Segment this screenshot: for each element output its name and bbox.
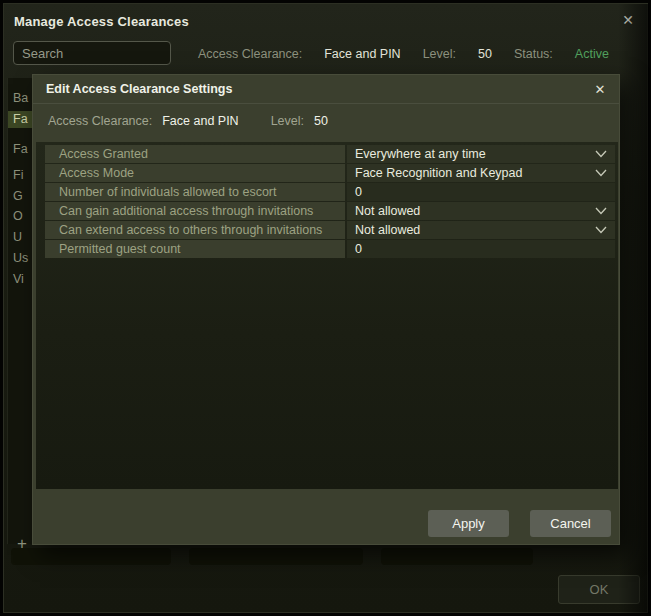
setting-value-input[interactable]: 0 — [347, 183, 615, 201]
apply-button[interactable]: Apply — [428, 510, 509, 537]
bottom-toolbar-button[interactable] — [381, 548, 533, 565]
setting-dropdown[interactable]: Everywhere at any time — [347, 145, 615, 163]
settings-panel: Access Granted Everywhere at any time Ac… — [36, 142, 618, 489]
setting-dropdown[interactable]: Not allowed — [347, 202, 615, 220]
setting-label: Access Granted — [45, 145, 345, 163]
access-clearance-value: Face and PIN — [162, 114, 238, 128]
setting-dropdown[interactable]: Not allowed — [347, 221, 615, 239]
dialog-close-icon[interactable]: ✕ — [588, 79, 612, 101]
access-clearance-value: Face and PIN — [324, 47, 400, 61]
chevron-down-icon — [595, 207, 607, 215]
chevron-down-icon — [595, 169, 607, 177]
chevron-down-icon — [595, 150, 607, 158]
bottom-toolbar-button[interactable] — [189, 548, 363, 565]
setting-label: Permitted guest count — [45, 240, 345, 258]
setting-label: Number of individuals allowed to escort — [45, 183, 345, 201]
dim-overlay — [618, 4, 649, 614]
access-clearance-label: Access Clearance: — [48, 114, 152, 128]
window-close-icon[interactable]: ✕ — [617, 10, 639, 30]
clearance-info-bar: Access Clearance: Face and PIN Level: 50… — [198, 47, 609, 61]
window-title: Manage Access Clearances — [14, 14, 189, 29]
setting-row: Permitted guest count 0 — [45, 240, 615, 258]
setting-row: Number of individuals allowed to escort … — [45, 183, 615, 201]
access-clearance-label: Access Clearance: — [198, 47, 302, 61]
setting-row: Access Granted Everywhere at any time — [45, 145, 615, 163]
dialog-title: Edit Access Clearance Settings — [46, 82, 232, 96]
search-input[interactable] — [13, 41, 171, 65]
status-value: Active — [575, 47, 609, 61]
level-label: Level: — [271, 114, 304, 128]
setting-label: Can extend access to others through invi… — [45, 221, 345, 239]
edit-access-clearance-dialog: Edit Access Clearance Settings ✕ Access … — [32, 74, 620, 545]
ok-button[interactable]: OK — [558, 575, 640, 604]
setting-row: Can gain additional access through invit… — [45, 202, 615, 220]
setting-value-input[interactable]: 0 — [347, 240, 615, 258]
status-label: Status: — [514, 47, 553, 61]
chevron-down-icon — [595, 226, 607, 234]
setting-dropdown[interactable]: Face Recognition and Keypad — [347, 164, 615, 182]
level-label: Level: — [423, 47, 456, 61]
level-value: 50 — [314, 114, 328, 128]
setting-row: Access Mode Face Recognition and Keypad — [45, 164, 615, 182]
header-divider — [33, 103, 619, 104]
dialog-subheader: Access Clearance: Face and PIN Level: 50 — [48, 114, 328, 128]
setting-label: Access Mode — [45, 164, 345, 182]
setting-label: Can gain additional access through invit… — [45, 202, 345, 220]
bottom-toolbar-button[interactable] — [11, 548, 171, 565]
settings-grid: Access Granted Everywhere at any time Ac… — [45, 145, 615, 259]
setting-row: Can extend access to others through invi… — [45, 221, 615, 239]
cancel-button[interactable]: Cancel — [530, 510, 611, 537]
level-value: 50 — [478, 47, 492, 61]
